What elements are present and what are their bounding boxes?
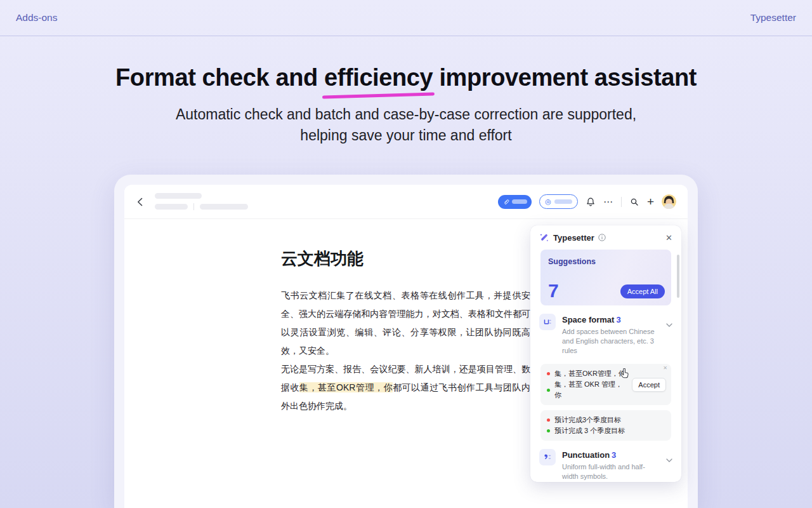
section-text: Space format3 Add spaces between Chinese… [562,314,658,356]
share-button[interactable] [498,195,532,209]
corrected-text: 预计完成 3 个季度目标 [554,425,625,436]
page-title-pre: Format check and [115,64,324,91]
doc-p2-highlight: 集，甚至OKR管理，你 [299,382,393,392]
section-title: Space format [562,315,614,324]
panel-title: Typesetter [553,233,594,243]
app-window: ◎ ⋯ + [114,175,698,508]
skeleton-divider [193,203,194,210]
create-new-icon[interactable]: + [647,196,654,208]
original-text: 预计完成3个季度目标 [554,415,621,425]
corrected-text: 集，甚至 OKR 管理，你 [554,379,625,401]
section-punctuation[interactable]: Punctuation3 Uniform full-width and half… [530,441,681,482]
section-text: Punctuation3 Uniform full-width and half… [562,449,658,481]
button-label-skeleton [512,199,527,204]
original-dot [547,372,550,375]
space-format-icon [539,314,556,330]
info-icon[interactable] [598,234,606,241]
suggestions-summary-card: Suggestions 7 Accept All [540,250,671,305]
doc-title-skeleton [155,193,248,210]
skeleton-bar [155,193,202,199]
doc-paragraph-1: 飞书云文档汇集了在线文档、表格等在线创作工具，并提供安全、强大的云端存储和内容管… [281,286,530,360]
notification-bell-icon[interactable] [586,197,596,207]
suggestion-item[interactable]: 预计完成3个季度目标 预计完成 3 个季度目标 [540,410,671,441]
section-desc: Add spaces between Chinese and English c… [562,327,658,356]
page-title-post: improvement assistant [433,64,697,91]
top-nav: Adds-ons Typesetter [0,0,812,36]
nav-adds-ons-link[interactable]: Adds-ons [16,12,57,23]
corrected-dot [547,389,550,392]
window-topbar: ◎ ⋯ + [124,185,688,219]
view-mode-button[interactable]: ◎ [539,194,578,209]
nav-typesetter-link[interactable]: Typesetter [750,12,796,23]
topbar-actions: ◎ ⋯ + [498,194,676,209]
page-subtitle-line2: helping save your time and effort [0,125,812,146]
section-title: Punctuation [562,450,610,460]
page-title-underlined-word: efficiency [324,64,433,91]
suggestion-item[interactable]: ✕ 集，甚至OKR管理，你 集，甚至 OKR 管理，你 Accept [540,364,671,405]
chevron-down-icon[interactable] [666,318,672,330]
view-icon: ◎ [545,198,551,205]
typesetter-panel: Typesetter ✕ Suggestions 7 Accept All Sp… [530,225,681,482]
topbar-divider [621,197,622,207]
panel-header: Typesetter ✕ [530,225,681,248]
title-underline [322,92,435,98]
hand-cursor-icon [620,368,629,380]
page-subtitle-line1: Automatic check and batch and case-by-ca… [0,104,812,125]
section-space-format[interactable]: Space format3 Add spaces between Chinese… [530,305,681,359]
chevron-down-icon[interactable] [666,453,672,465]
suggestions-label: Suggestions [548,257,664,266]
avatar[interactable] [662,194,676,209]
section-desc: Uniform full-width and half-width symbol… [562,462,658,481]
corrected-dot [547,429,550,432]
more-menu-icon[interactable]: ⋯ [603,196,613,208]
page-title: Format check and efficiency improvement … [0,64,812,91]
section-count: 3 [612,450,616,460]
page-subtitle: Automatic check and batch and case-by-ca… [0,104,812,146]
original-dot [547,418,550,422]
button-label-skeleton [554,199,572,204]
suggestions-count: 7 [548,280,559,302]
search-icon[interactable] [629,197,639,207]
section-count: 3 [616,315,620,324]
document-page[interactable]: 云文档功能 飞书云文档汇集了在线文档、表格等在线创作工具，并提供安全、强大的云端… [281,248,530,415]
dismiss-icon[interactable]: ✕ [663,365,667,371]
original-text: 集，甚至OKR管理，你 [554,368,625,379]
panel-scrollbar[interactable] [677,255,679,298]
doc-title: 云文档功能 [281,248,530,270]
page-title-word: efficiency [324,64,433,91]
skeleton-bar [155,204,188,210]
punctuation-icon [539,449,556,465]
clip-icon [503,199,509,205]
accept-button[interactable]: Accept [632,378,666,392]
original-text-row: 集，甚至OKR管理，你 [547,368,625,379]
original-text-row: 预计完成3个季度目标 [547,415,665,425]
corrected-text-row: 集，甚至 OKR 管理，你 [547,379,625,401]
corrected-text-row: 预计完成 3 个季度目标 [547,425,665,436]
back-icon[interactable] [136,197,145,207]
skeleton-bar [200,204,248,210]
panel-close-icon[interactable]: ✕ [665,234,672,242]
accept-all-button[interactable]: Accept All [620,284,665,298]
magic-wand-icon [539,232,549,243]
doc-paragraph-2: 无论是写方案、报告、会议纪要、新人培训，还是项目管理、数据收集，甚至OKR管理，… [281,360,530,415]
